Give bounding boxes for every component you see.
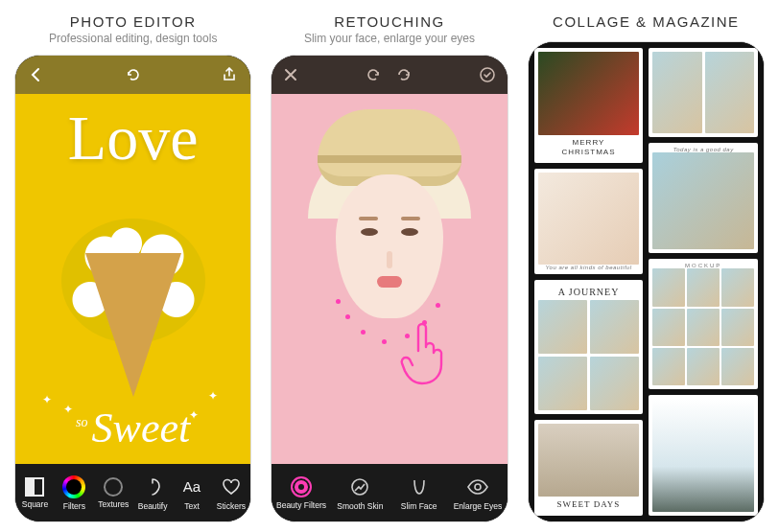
beauty-filters-icon <box>291 476 312 497</box>
template-journey[interactable]: A JOURNEY <box>534 280 644 414</box>
template-winter[interactable] <box>649 395 758 516</box>
textures-icon <box>104 477 123 497</box>
tool-label: Enlarge Eyes <box>454 501 503 511</box>
tool-stickers[interactable]: Stickers <box>211 464 250 521</box>
slim-face-icon <box>408 475 431 498</box>
thumb <box>538 424 640 497</box>
tool-label: Textures <box>98 499 129 509</box>
thumb-grid <box>652 268 754 385</box>
beautify-icon <box>141 475 164 498</box>
confirm-icon[interactable] <box>479 66 496 83</box>
svg-point-2 <box>475 484 481 490</box>
collage-grid[interactable]: MERRY CHRISTMAS You are all kinds of bea… <box>529 42 764 521</box>
artwork-text-love: Love <box>15 113 250 164</box>
tool-label: Beauty Filters <box>276 500 326 510</box>
tool-text[interactable]: Aa Text <box>173 464 212 521</box>
thumb <box>652 399 754 512</box>
editor-toolbar: Square Filters Textures Beautify Aa Text <box>15 464 250 521</box>
slot-header: PHOTO EDITOR Professional editing, desig… <box>14 10 251 55</box>
template-merry-christmas[interactable]: MERRY CHRISTMAS <box>534 48 644 163</box>
tool-label: Beautify <box>138 501 168 511</box>
undo-icon[interactable] <box>365 66 382 83</box>
tool-label: Square <box>22 499 48 509</box>
artwork-text-so: so <box>76 415 87 429</box>
retouch-canvas[interactable] <box>271 94 507 464</box>
thumb <box>538 52 640 135</box>
thumb <box>538 173 640 265</box>
tool-slim-face[interactable]: Slim Face <box>390 464 448 521</box>
retouch-topbar <box>271 56 507 94</box>
tool-square[interactable]: Square <box>15 464 55 521</box>
template-mockup[interactable]: MOCKUP <box>649 259 758 389</box>
undo-icon[interactable] <box>124 65 143 84</box>
tool-label: Text <box>184 501 200 511</box>
card-caption: MERRY <box>573 138 605 147</box>
star-icon: ✦ <box>208 389 218 403</box>
card-caption-2: CHRISTMAS <box>561 148 615 156</box>
slot-subtitle: Slim your face, enlarge your eyes <box>271 32 508 45</box>
text-icon: Aa <box>180 475 203 498</box>
back-icon[interactable] <box>27 65 46 84</box>
redo-icon[interactable] <box>395 66 413 83</box>
eye-icon <box>466 475 489 498</box>
tool-textures[interactable]: Textures <box>94 464 133 521</box>
tool-beauty-filters[interactable]: Beauty Filters <box>271 464 330 521</box>
screenshot-editor: PHOTO EDITOR Professional editing, desig… <box>14 10 251 522</box>
tool-label: Filters <box>63 501 85 511</box>
slot-title: PHOTO EDITOR <box>14 13 251 30</box>
collage-column-right: Today is a good day MOCKUP <box>649 48 758 516</box>
thumb-grid <box>652 52 754 133</box>
cone-illustration <box>85 253 181 397</box>
tool-label: Stickers <box>217 501 246 511</box>
slot-subtitle: Professional editing, design tools <box>14 32 251 45</box>
share-icon[interactable] <box>220 65 239 84</box>
phone-frame: Love ✦ ✦ ✦ ✦ soSweet Square Filters Text… <box>14 55 251 522</box>
slot-header: COLLAGE & MAGAZINE <box>528 10 765 41</box>
portrait-illustration <box>271 94 507 464</box>
template-sweet-days[interactable]: SWEET DAYS <box>534 420 644 516</box>
tool-filters[interactable]: Filters <box>55 464 94 521</box>
filters-icon <box>62 475 85 498</box>
card-caption: You are all kinds of beautiful <box>545 265 631 270</box>
slot-title: RETOUCHING <box>271 13 508 30</box>
face-illustration <box>336 174 443 318</box>
close-icon[interactable] <box>283 67 298 82</box>
tool-smooth-skin[interactable]: Smooth Skin <box>331 464 390 521</box>
screenshot-collage: COLLAGE & MAGAZINE MERRY CHRISTMAS You a… <box>528 10 765 522</box>
card-caption: SWEET DAYS <box>557 499 621 509</box>
screenshot-retouch: RETOUCHING Slim your face, enlarge your … <box>271 10 508 522</box>
tool-label: Smooth Skin <box>337 501 383 511</box>
template-dual[interactable] <box>649 48 758 137</box>
phone-frame: Beauty Filters Smooth Skin Slim Face Enl… <box>271 55 508 522</box>
collage-column-left: MERRY CHRISTMAS You are all kinds of bea… <box>534 48 644 516</box>
artwork-text-sweet: soSweet <box>15 404 250 452</box>
thumb <box>652 152 754 249</box>
thumb-grid <box>538 300 640 410</box>
editor-canvas[interactable]: Love ✦ ✦ ✦ ✦ soSweet <box>15 94 250 464</box>
heart-icon <box>220 475 243 498</box>
template-beautiful[interactable]: You are all kinds of beautiful <box>534 169 644 274</box>
tool-beautify[interactable]: Beautify <box>133 464 173 521</box>
card-caption: A JOURNEY <box>558 287 620 297</box>
slot-header: RETOUCHING Slim your face, enlarge your … <box>271 10 508 55</box>
tool-label: Slim Face <box>401 501 437 511</box>
smooth-skin-icon <box>348 475 371 498</box>
hand-pointer-icon <box>399 320 449 387</box>
template-good-day[interactable]: Today is a good day <box>649 143 758 253</box>
tool-enlarge-eyes[interactable]: Enlarge Eyes <box>448 464 507 521</box>
retouch-toolbar: Beauty Filters Smooth Skin Slim Face Enl… <box>271 464 507 521</box>
phone-frame: MERRY CHRISTMAS You are all kinds of bea… <box>528 41 765 522</box>
editor-topbar <box>15 56 250 94</box>
slot-title: COLLAGE & MAGAZINE <box>528 13 765 30</box>
square-icon <box>25 477 44 497</box>
